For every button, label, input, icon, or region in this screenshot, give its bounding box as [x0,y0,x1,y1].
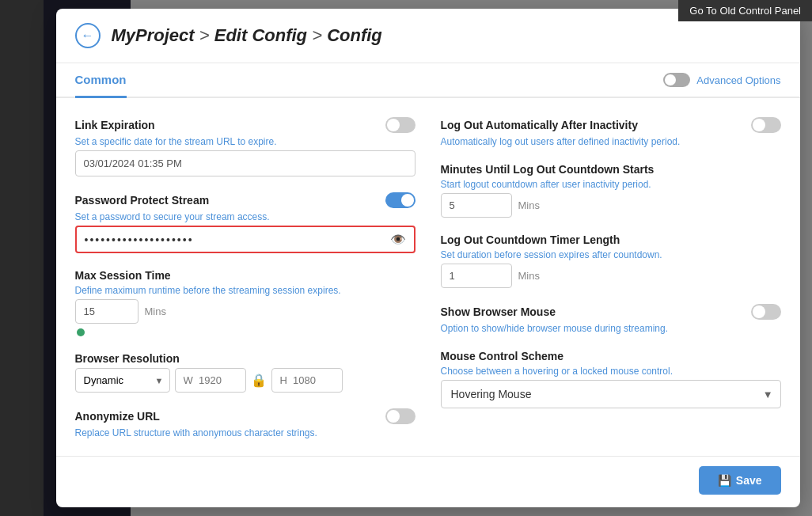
countdown-length-group: Log Out Countdown Timer Length Set durat… [441,233,781,288]
browser-resolution-group: Browser Resolution Dynamic Custom ▼ 🔒 [75,352,415,393]
modal-title: MyProject > Edit Config > Config [112,25,382,46]
auto-logout-label: Log Out Automatically After Inactivity [441,119,638,131]
countdown-starts-input[interactable] [441,193,512,218]
max-session-group: Max Session Time Define maximum runtime … [75,269,415,336]
tab-common[interactable]: Common [75,63,127,98]
mouse-control-label: Mouse Control Scheme [441,350,781,362]
countdown-length-label: Log Out Countdown Timer Length [441,233,781,246]
show-browser-mouse-toggle[interactable] [751,304,781,320]
link-expiration-header: Link Expiration [75,117,415,133]
max-session-unit: Mins [145,305,166,317]
modal-overlay: ← MyProject > Edit Config > Config Commo… [44,0,812,516]
back-icon: ← [82,28,94,43]
auto-logout-toggle[interactable] [751,117,781,133]
countdown-starts-input-row: Mins [441,193,781,218]
countdown-length-unit: Mins [518,270,540,282]
mouse-control-select-wrapper: Hovering Mouse Locked Mouse ▼ [441,380,781,408]
anonymize-url-toggle[interactable] [385,408,415,424]
link-expiration-label: Link Expiration [75,119,155,131]
mouse-control-desc: Choose between a hovering or a locked mo… [441,366,781,377]
lock-icon: 🔒 [251,373,267,388]
right-column: Log Out Automatically After Inactivity A… [441,117,781,437]
link-expiration-toggle[interactable] [385,117,415,133]
anonymize-url-header: Anonymize URL [75,408,415,424]
max-session-input[interactable] [75,299,138,324]
mouse-control-group: Mouse Control Scheme Choose between a ho… [441,350,781,408]
back-button[interactable]: ← [75,23,101,48]
session-indicator-dot [77,328,85,336]
sidebar-background [0,0,44,516]
browser-resolution-label: Browser Resolution [75,352,415,365]
auto-logout-header: Log Out Automatically After Inactivity [441,117,781,133]
link-expiration-group: Link Expiration Set a specific date for … [75,117,415,176]
show-browser-mouse-header: Show Browser Mouse [441,304,781,320]
resolution-select-wrapper: Dynamic Custom ▼ [75,368,170,393]
left-column: Link Expiration Set a specific date for … [75,117,415,437]
show-browser-mouse-label: Show Browser Mouse [441,305,556,318]
countdown-starts-desc: Start logout countdown after user inacti… [441,179,781,190]
modal-body: Link Expiration Set a specific date for … [56,98,800,456]
password-protect-desc: Set a password to secure your stream acc… [75,211,415,222]
password-field-wrapper: 👁️ [75,226,415,253]
auto-logout-desc: Automatically log out users after define… [441,136,781,147]
resolution-height-input[interactable] [271,368,343,393]
save-button[interactable]: 💾 Save [699,466,781,495]
password-input[interactable] [85,233,390,246]
password-protect-group: Password Protect Stream Set a password t… [75,192,415,253]
countdown-length-desc: Set duration before session expires afte… [441,249,781,260]
countdown-length-input-row: Mins [441,264,781,288]
save-icon: 💾 [718,474,731,487]
password-protect-header: Password Protect Stream [75,192,415,208]
resolution-width-input[interactable] [175,368,246,393]
anonymize-url-group: Anonymize URL Replace URL structure with… [75,408,415,438]
link-expiration-input[interactable] [75,150,415,176]
tabs-row: Common Advanced Options [56,63,800,98]
mouse-control-select[interactable]: Hovering Mouse Locked Mouse [441,380,781,408]
countdown-length-input[interactable] [441,264,512,288]
password-protect-label: Password Protect Stream [75,194,210,207]
advanced-options-switch[interactable] [663,73,690,87]
max-session-desc: Define maximum runtime before the stream… [75,285,415,296]
countdown-starts-unit: Mins [518,199,540,211]
countdown-starts-group: Minutes Until Log Out Countdown Starts S… [441,163,781,218]
anonymize-url-desc: Replace URL structure with anonymous cha… [75,427,415,438]
save-label: Save [736,474,762,487]
countdown-starts-label: Minutes Until Log Out Countdown Starts [441,163,781,176]
advanced-options-toggle[interactable]: Advanced Options [663,73,780,87]
link-expiration-desc: Set a specific date for the stream URL t… [75,136,415,147]
max-session-input-row: Mins [75,299,415,324]
password-visibility-icon[interactable]: 👁️ [390,232,406,247]
resolution-select[interactable]: Dynamic Custom [75,368,170,393]
modal-footer: 💾 Save [56,456,800,507]
show-browser-mouse-desc: Option to show/hide browser mouse during… [441,323,781,334]
show-browser-mouse-group: Show Browser Mouse Option to show/hide b… [441,304,781,334]
config-modal: ← MyProject > Edit Config > Config Commo… [56,9,800,507]
auto-logout-group: Log Out Automatically After Inactivity A… [441,117,781,147]
resolution-row: Dynamic Custom ▼ 🔒 [75,368,415,393]
old-control-panel-button[interactable]: Go To Old Control Panel [678,0,812,21]
password-protect-toggle[interactable] [385,192,415,208]
anonymize-url-label: Anonymize URL [75,410,160,423]
max-session-label: Max Session Time [75,269,415,282]
